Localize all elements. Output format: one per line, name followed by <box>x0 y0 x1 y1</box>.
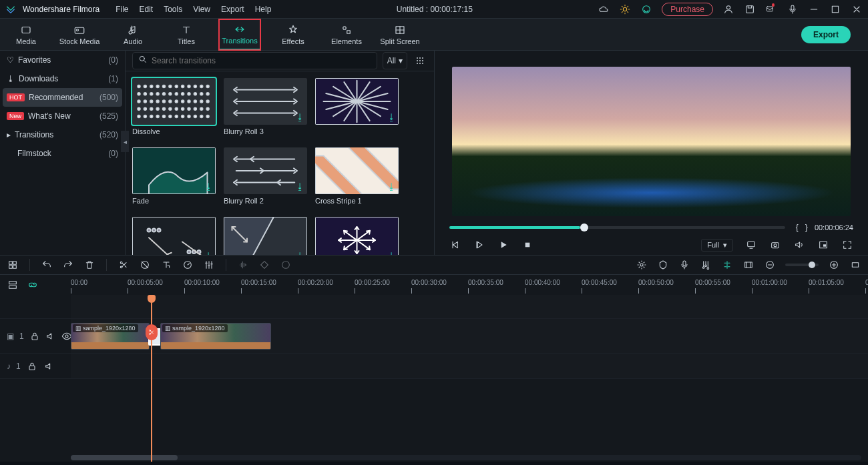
download-icon[interactable]: ⭳ <box>296 112 304 122</box>
menu-view[interactable]: View <box>193 5 210 14</box>
download-icon[interactable]: ⭳ <box>296 251 304 255</box>
bracket-in-icon[interactable]: { <box>796 223 799 232</box>
scrubber-track[interactable] <box>449 226 785 229</box>
close-icon[interactable] <box>851 3 863 15</box>
video-track-lane[interactable]: ▥sample_1920x1280 ▥sample_1920x1280 <box>71 319 868 353</box>
transition-thumb[interactable]: ⭳ <box>224 217 307 255</box>
tab-transitions[interactable]: Transitions <box>219 19 260 50</box>
tab-titles[interactable]: Titles <box>166 19 207 50</box>
transition-thumb[interactable]: ⭳ <box>224 147 307 194</box>
transition-card[interactable]: ⭳Cross Stripe 1 <box>315 147 399 205</box>
undo-icon[interactable] <box>41 259 53 271</box>
search-input-wrap[interactable] <box>132 52 377 69</box>
lock-icon[interactable] <box>26 360 38 372</box>
message-icon[interactable] <box>765 3 777 15</box>
mixer-icon[interactable] <box>700 259 712 271</box>
account-icon[interactable] <box>722 3 734 15</box>
zoom-slider[interactable] <box>785 264 819 266</box>
transition-thumb[interactable]: ⭳ <box>315 78 399 125</box>
search-input[interactable] <box>152 56 371 65</box>
fullscreen-icon[interactable] <box>841 239 853 251</box>
menu-help[interactable]: Help <box>255 5 272 14</box>
marker-icon[interactable] <box>657 259 669 271</box>
transition-thumb[interactable]: ⭳ <box>132 147 216 194</box>
scrollbar-thumb[interactable] <box>71 455 178 460</box>
transition-card[interactable]: ⭳Blurry Roll 2 <box>224 147 307 205</box>
download-icon[interactable]: ⭳ <box>204 181 213 191</box>
sidebar-item-transitions[interactable]: ▸Transitions (520) <box>0 125 125 144</box>
download-icon[interactable]: ⭳ <box>387 112 396 122</box>
lock-icon[interactable] <box>29 330 40 342</box>
tab-effects[interactable]: Effects <box>272 19 314 50</box>
download-icon[interactable]: ⭳ <box>387 251 396 255</box>
save-icon[interactable] <box>744 3 756 15</box>
split-icon[interactable] <box>118 259 130 271</box>
minimize-icon[interactable] <box>808 3 820 15</box>
transition-thumb[interactable] <box>132 78 216 125</box>
delete-icon[interactable] <box>83 259 95 271</box>
track-manager-icon[interactable] <box>7 279 19 291</box>
download-icon[interactable]: ⭳ <box>296 181 304 191</box>
download-icon[interactable]: ⭳ <box>204 251 213 255</box>
transition-card[interactable]: Dissolve <box>132 78 216 135</box>
transition-thumb[interactable]: ⭳ <box>224 78 307 125</box>
volume-icon[interactable] <box>793 239 805 251</box>
sidebar-item-favorites[interactable]: ♡Favorites (0) <box>0 51 125 69</box>
audio-track-lane[interactable] <box>71 354 868 378</box>
support-icon[interactable] <box>640 3 652 15</box>
transition-card[interactable]: ⭳Blurry Roll 3 <box>224 78 307 135</box>
ratio-icon[interactable] <box>742 259 754 271</box>
menu-export[interactable]: Export <box>221 5 244 14</box>
quality-dropdown[interactable]: Full▾ <box>701 239 733 252</box>
sidebar-item-filmstock[interactable]: Filmstock (0) <box>0 144 125 163</box>
tab-media[interactable]: Media <box>5 19 47 50</box>
transition-thumb[interactable]: ⭳ <box>132 217 216 255</box>
collapse-sidebar-icon[interactable]: ◂ <box>121 131 129 152</box>
grid-view-icon[interactable] <box>413 53 427 68</box>
zoom-out-icon[interactable] <box>764 259 776 271</box>
clip-1[interactable]: ▥sample_1920x1280 <box>71 323 150 350</box>
clip-2[interactable]: ▥sample_1920x1280 <box>160 323 271 350</box>
time-ruler[interactable]: 00:0000:00:05:0000:00:10:0000:00:15:0000… <box>71 275 868 295</box>
menu-tools[interactable]: Tools <box>164 5 182 14</box>
play-icon[interactable] <box>497 239 509 251</box>
preview-viewport[interactable] <box>452 67 851 216</box>
tab-stock-media[interactable]: Stock Media <box>59 19 100 50</box>
export-button[interactable]: Export <box>801 26 851 43</box>
tab-elements[interactable]: Elements <box>326 19 367 50</box>
adjust-icon[interactable] <box>203 259 215 271</box>
stop-icon[interactable] <box>521 239 533 251</box>
sidebar-item-downloads[interactable]: ⭳Downloads (1) <box>0 69 125 88</box>
scrubber-thumb[interactable] <box>580 223 588 231</box>
transition-card[interactable]: ⭳ <box>315 217 399 255</box>
prev-frame-icon[interactable] <box>449 239 461 251</box>
link-icon[interactable] <box>27 279 39 291</box>
filter-dropdown[interactable]: All ▾ <box>383 52 407 69</box>
voiceover-icon[interactable] <box>678 259 690 271</box>
sidebar-item-recommended[interactable]: HOTRecommended (500) <box>3 88 122 107</box>
transition-card[interactable]: ⭳ <box>224 217 307 255</box>
zoom-thumb[interactable] <box>809 262 815 268</box>
snapshot-icon[interactable] <box>769 239 781 251</box>
speed-icon[interactable] <box>182 259 194 271</box>
redo-icon[interactable] <box>62 259 74 271</box>
split-marker-icon[interactable] <box>146 324 158 340</box>
zoom-fit-icon[interactable] <box>849 259 861 271</box>
sidebar-item-whats-new[interactable]: NewWhat's New (525) <box>0 107 125 125</box>
download-icon[interactable]: ⭳ <box>387 181 396 191</box>
mute-icon[interactable] <box>45 330 56 342</box>
layout-icon[interactable] <box>7 259 19 271</box>
transition-card[interactable]: ⭳ <box>132 217 216 255</box>
bracket-out-icon[interactable]: } <box>805 223 808 232</box>
transition-card[interactable]: ⭳Fade <box>132 147 216 205</box>
tab-split-screen[interactable]: Split Screen <box>379 19 421 50</box>
magnet-icon[interactable] <box>721 259 733 271</box>
text-icon[interactable] <box>160 259 172 271</box>
menu-file[interactable]: File <box>116 5 128 14</box>
cloud-icon[interactable] <box>598 3 610 15</box>
maximize-icon[interactable] <box>829 3 841 15</box>
playhead-head-icon[interactable] <box>148 295 156 303</box>
pip-icon[interactable] <box>817 239 829 251</box>
purchase-button[interactable]: Purchase <box>662 3 713 16</box>
transition-card[interactable]: ⭳ <box>315 78 399 135</box>
